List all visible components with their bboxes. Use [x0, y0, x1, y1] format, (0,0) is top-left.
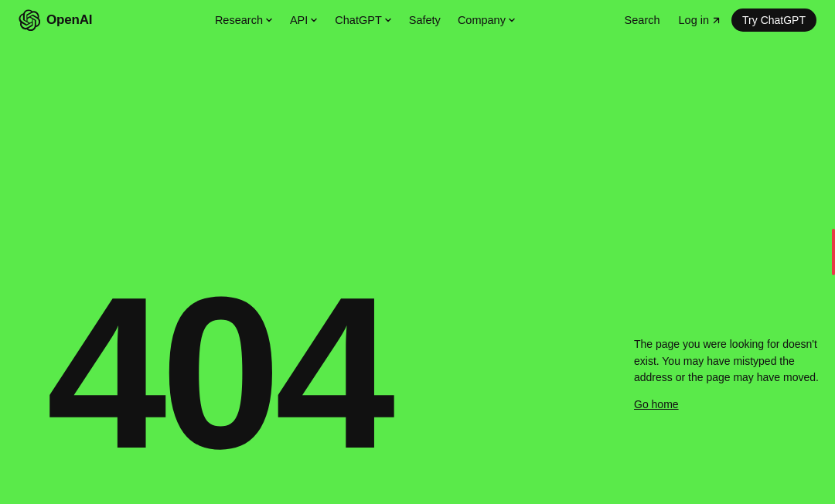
search-button[interactable]: Search	[617, 9, 668, 31]
nav-item-chatgpt[interactable]: ChatGPT	[327, 9, 399, 31]
nav-safety-label: Safety	[409, 14, 441, 26]
error-message: The page you were looking for doesn't ex…	[634, 336, 820, 387]
nav-right: Search Log in Try ChatGPT	[617, 9, 816, 32]
chevron-down-icon	[310, 16, 318, 24]
main-content: 404 The page you were looking for doesn'…	[0, 40, 835, 504]
external-link-icon	[712, 16, 721, 25]
login-label: Log in	[679, 14, 710, 26]
nav-research-label: Research	[215, 14, 263, 26]
go-home-link[interactable]: Go home	[634, 398, 679, 410]
navbar: OpenAI Research API ChatGPT Safety Compa…	[0, 0, 835, 40]
nav-chatgpt-label: ChatGPT	[335, 14, 381, 26]
nav-item-company[interactable]: Company	[450, 9, 523, 31]
nav-api-label: API	[290, 14, 308, 26]
scrollbar-accent	[832, 229, 835, 275]
error-panel: The page you were looking for doesn't ex…	[634, 336, 835, 411]
nav-item-safety[interactable]: Safety	[401, 9, 448, 31]
logo-wordmark: OpenAI	[46, 12, 92, 28]
chevron-down-icon	[265, 16, 273, 24]
nav-item-research[interactable]: Research	[207, 9, 281, 31]
error-code: 404	[0, 264, 389, 481]
nav-company-label: Company	[458, 14, 506, 26]
openai-logo-icon	[19, 9, 40, 31]
try-chatgpt-button[interactable]: Try ChatGPT	[731, 9, 816, 32]
chevron-down-icon	[508, 16, 516, 24]
nav-center: Research API ChatGPT Safety Company	[207, 9, 523, 31]
logo[interactable]: OpenAI	[19, 9, 92, 31]
chevron-down-icon	[384, 16, 392, 24]
nav-item-api[interactable]: API	[282, 9, 325, 31]
login-button[interactable]: Log in	[671, 9, 729, 31]
